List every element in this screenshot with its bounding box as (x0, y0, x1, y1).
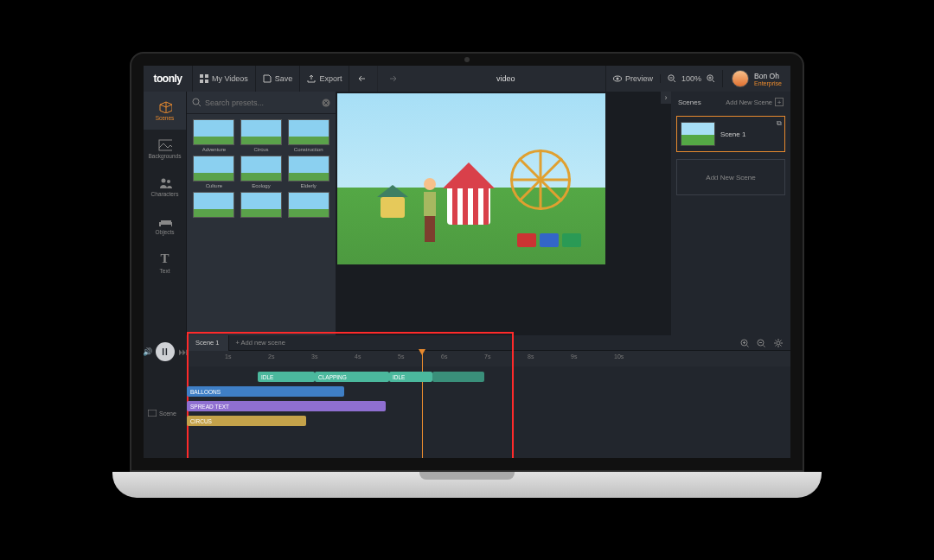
preset-thumb (193, 119, 234, 145)
add-scene-box-label: Add New Scene (706, 174, 755, 181)
timeline-clip[interactable]: IDLE (258, 372, 315, 382)
preset-thumb (240, 192, 282, 218)
couch-icon (158, 215, 172, 227)
playhead[interactable] (422, 351, 423, 458)
sidetab-scenes[interactable]: Scenes (144, 92, 186, 130)
app-screen: toonly My Videos Save Export (144, 66, 790, 458)
timeline-ruler[interactable]: 1s2s3s4s5s6s7s8s9s10s (187, 351, 790, 366)
zoom-in-icon[interactable] (707, 74, 715, 83)
add-new-scene-link[interactable]: Add New Scene + (726, 98, 784, 106)
character-graphic (420, 178, 439, 245)
grid-icon (200, 74, 208, 83)
laptop-frame: toonly My Videos Save Export (112, 52, 822, 510)
timeline-clip[interactable]: SPREAD TEXT (187, 401, 386, 411)
preset-thumb (240, 119, 282, 145)
preset-cell[interactable] (192, 192, 236, 220)
ruler-tick: 10s (614, 353, 624, 360)
preset-label: Culture (206, 183, 222, 188)
preset-label: Construction (294, 147, 323, 152)
eye-icon (613, 74, 622, 83)
preset-cell[interactable]: Adventure (192, 119, 236, 152)
app-logo: toonly (144, 66, 192, 92)
sidetab-label: Backgrounds (149, 153, 182, 159)
timeline-tracks[interactable]: IDLECLAPPINGIDLEBALLOONSSPREAD TEXTCIRCU… (187, 366, 790, 458)
ruler-tick: 4s (355, 353, 361, 360)
ruler-tick: 7s (484, 353, 490, 360)
sidetab-characters[interactable]: Characters (144, 168, 186, 206)
pause-button[interactable]: II (156, 342, 175, 361)
canvas-stage[interactable] (337, 93, 605, 264)
top-bar: toonly My Videos Save Export (144, 66, 790, 92)
my-videos-button[interactable]: My Videos (192, 66, 255, 92)
preset-label: Adventure (202, 147, 226, 152)
zoom-out-icon[interactable] (668, 74, 676, 83)
preset-cell[interactable]: Culture (192, 156, 236, 188)
ruler-tick: 1s (225, 353, 231, 360)
timeline-add-scene[interactable]: + Add new scene (229, 339, 292, 347)
svg-rect-2 (200, 80, 203, 83)
preset-cell[interactable]: Elderly (286, 156, 330, 188)
timeline-clip[interactable]: BALLOONS (187, 386, 344, 397)
svg-rect-13 (148, 410, 157, 417)
zoom-value: 100% (681, 74, 701, 83)
sidetab-text[interactable]: T Text (144, 244, 186, 282)
user-menu[interactable]: Bon Oh Enterprise (722, 70, 790, 87)
svg-rect-0 (200, 74, 203, 78)
scene-icon (148, 410, 157, 417)
svg-point-10 (167, 180, 170, 183)
timeline-zoom-in-icon[interactable] (740, 339, 750, 348)
my-videos-label: My Videos (212, 74, 248, 83)
user-name: Bon Oh (754, 72, 782, 80)
timeline-scene-tab[interactable]: Scene 1 (187, 335, 229, 351)
preset-thumb (240, 156, 282, 181)
preset-label: Circus (253, 147, 268, 152)
train-graphic (517, 223, 586, 251)
ruler-tick: 3s (311, 353, 317, 360)
timeline-clip[interactable]: CLAPPING (315, 372, 389, 382)
preset-thumb (193, 192, 234, 218)
add-scene-box[interactable]: Add New Scene (676, 159, 785, 195)
user-plan: Enterprise (754, 80, 782, 86)
timeline-clip[interactable]: IDLE (389, 372, 432, 382)
svg-rect-3 (205, 80, 208, 83)
preview-button[interactable]: Preview (605, 66, 660, 92)
preset-cell[interactable]: Construction (286, 119, 330, 152)
collapse-scenes-button[interactable]: › (661, 92, 671, 104)
ruler-tick: 9s (571, 353, 577, 360)
save-label: Save (275, 74, 293, 83)
preset-cell[interactable] (286, 192, 330, 220)
sidetab-label: Text (160, 268, 170, 274)
preset-cell[interactable]: Ecology (240, 156, 284, 188)
timeline-clip[interactable]: CIRCUS (187, 416, 306, 426)
search-input[interactable] (202, 99, 322, 107)
timeline: 🔊 II ⏭ Scene Scene 1 + Add new scene (144, 335, 790, 458)
side-tabs: Scenes Backgrounds Characters Objects (144, 92, 187, 335)
presets-panel: AdventureCircusConstructionCultureEcolog… (187, 92, 336, 335)
timeline-left-controls: 🔊 II ⏭ Scene (144, 335, 187, 458)
clear-icon[interactable] (322, 99, 330, 107)
preset-cell[interactable]: Circus (240, 119, 284, 152)
save-button[interactable]: Save (255, 66, 300, 92)
sidetab-backgrounds[interactable]: Backgrounds (144, 130, 186, 168)
ruler-tick: 8s (528, 353, 534, 360)
speaker-icon[interactable]: 🔊 (144, 347, 152, 356)
timeline-main: Scene 1 + Add new scene 1s2s3s4s5s6s7s8s… (187, 335, 790, 458)
redo-button[interactable] (377, 66, 406, 92)
preset-grid: AdventureCircusConstructionCultureEcolog… (187, 114, 336, 225)
undo-button[interactable] (349, 66, 377, 92)
project-title[interactable]: video (406, 74, 605, 83)
settings-icon[interactable] (773, 338, 784, 348)
people-icon (158, 177, 172, 189)
cube-icon (158, 101, 172, 113)
image-icon (158, 139, 172, 151)
search-icon (192, 98, 202, 107)
duplicate-icon[interactable]: ⧉ (777, 119, 782, 128)
scene-card[interactable]: Scene 1 ⧉ (676, 116, 785, 152)
preset-cell[interactable] (240, 192, 284, 220)
sidetab-objects[interactable]: Objects (144, 206, 186, 244)
timeline-zoom-out-icon[interactable] (757, 339, 766, 348)
timeline-clip[interactable] (432, 372, 484, 382)
export-icon (307, 74, 316, 83)
preset-thumb (288, 119, 329, 145)
export-button[interactable]: Export (299, 66, 349, 92)
